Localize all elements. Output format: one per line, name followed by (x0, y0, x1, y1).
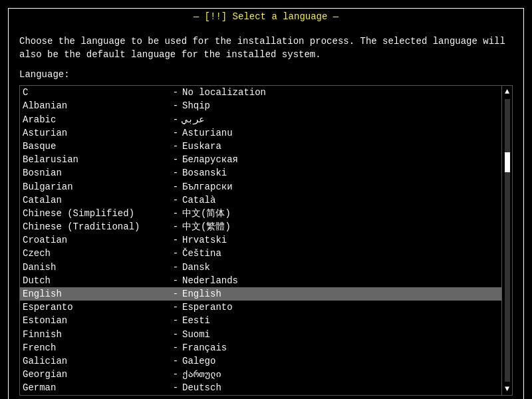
lang-native: Français (182, 342, 499, 354)
list-item[interactable]: Albanian - Shqip (20, 99, 501, 112)
lang-name: Albanian (23, 100, 169, 112)
lang-name: Chinese (Simplified) (23, 207, 169, 219)
list-item[interactable]: Czech - Čeština (20, 247, 501, 260)
lang-name: Finnish (23, 329, 169, 340)
lang-separator: - (169, 315, 182, 327)
lang-name: Asturian (23, 127, 169, 139)
lang-native: Nederlands (182, 275, 499, 287)
lang-native: Deutsch (182, 382, 499, 394)
lang-separator: - (169, 329, 182, 340)
lang-separator: - (169, 207, 182, 219)
lang-separator: - (169, 234, 182, 246)
lang-native: Euskara (182, 140, 499, 152)
lang-name: Arabic (23, 114, 169, 126)
list-item[interactable]: Finnish - Suomi (20, 328, 501, 341)
lang-name: Georgian (23, 368, 169, 380)
lang-native: Shqip (182, 100, 499, 112)
lang-separator: - (169, 194, 182, 206)
list-item[interactable]: French - Français (20, 341, 501, 354)
dialog-title: [!!] Select a language (205, 11, 328, 22)
lang-name: French (23, 342, 169, 354)
lang-separator: - (169, 382, 182, 394)
lang-native: Eesti (182, 315, 499, 327)
list-item[interactable]: Chinese (Simplified) - 中文(简体) (20, 207, 501, 220)
lang-name: Bosnian (23, 167, 169, 179)
lang-name: Czech (23, 247, 169, 259)
lang-separator: - (169, 127, 182, 139)
list-item[interactable]: Asturian - Asturianu (20, 126, 501, 140)
lang-name: Basque (23, 140, 169, 152)
lang-name: Esperanto (23, 301, 169, 313)
lang-name: English (23, 288, 169, 300)
scroll-up-arrow[interactable]: ▲ (503, 86, 511, 98)
list-container: C - No localizationAlbanian - ShqipArabi… (19, 85, 513, 395)
list-item[interactable]: Georgian - ქართული (20, 368, 501, 381)
lang-native: Asturianu (182, 127, 499, 139)
lang-native: Български (182, 181, 499, 193)
scroll-track (505, 99, 510, 381)
lang-separator: - (169, 140, 182, 152)
lang-separator: - (169, 342, 182, 354)
lang-native: 中文(简体) (182, 207, 499, 219)
list-item[interactable]: Bosnian - Bosanski (20, 166, 501, 180)
list-item[interactable]: Dutch - Nederlands (20, 274, 501, 287)
list-item[interactable]: Belarusian - Беларуская (20, 153, 501, 166)
lang-name: Croatian (23, 234, 169, 246)
lang-name: Dutch (23, 275, 169, 287)
lang-name: Galician (23, 355, 169, 367)
list-item[interactable]: Esperanto - Esperanto (20, 301, 501, 314)
list-item[interactable]: Catalan - Català (20, 194, 501, 207)
lang-name: German (23, 382, 169, 394)
language-label: Language: (19, 69, 513, 80)
lang-native: Čeština (182, 247, 499, 259)
scroll-thumb[interactable] (505, 152, 510, 172)
list-item[interactable]: Basque - Euskara (20, 140, 501, 153)
lang-separator: - (169, 261, 182, 273)
lang-separator: - (169, 167, 182, 179)
title-bracket-left: — (194, 11, 205, 22)
list-item[interactable]: German - Deutsch (20, 381, 501, 394)
scrollbar: ▲ ▼ (501, 86, 512, 394)
lang-native: No localization (182, 86, 499, 98)
lang-native: ქართული (182, 368, 499, 380)
lang-separator: - (169, 114, 182, 126)
list-item[interactable]: Chinese (Traditional) - 中文(繁體) (20, 220, 501, 233)
lang-separator: - (169, 86, 182, 98)
list-item[interactable]: Croatian - Hrvatski (20, 233, 501, 247)
lang-native: Dansk (182, 261, 499, 273)
list-item[interactable]: C - No localization (20, 86, 501, 99)
lang-native: 中文(繁體) (182, 221, 499, 233)
lang-name: Belarusian (23, 154, 169, 166)
lang-native: Беларуская (182, 154, 499, 166)
lang-native: Suomi (182, 329, 499, 340)
lang-native: Català (182, 194, 499, 206)
list-item[interactable]: Estonian - Eesti (20, 314, 501, 327)
lang-name: Estonian (23, 315, 169, 327)
list-item[interactable]: Arabic - عربي (20, 113, 501, 126)
lang-separator: - (169, 100, 182, 112)
lang-native: Galego (182, 355, 499, 367)
lang-separator: - (169, 154, 182, 166)
lang-native: Esperanto (182, 301, 499, 313)
title-bar: — [!!] Select a language — (9, 9, 523, 25)
list-item[interactable]: Danish - Dansk (20, 261, 501, 274)
lang-separator: - (169, 301, 182, 313)
lang-separator: - (169, 355, 182, 367)
lang-name: Danish (23, 261, 169, 273)
lang-name: Catalan (23, 194, 169, 206)
lang-separator: - (169, 247, 182, 259)
lang-native: Hrvatski (182, 234, 499, 246)
language-list[interactable]: C - No localizationAlbanian - ShqipArabi… (20, 86, 501, 394)
lang-separator: - (169, 221, 182, 233)
dialog-content: Choose the language to be used for the i… (9, 25, 523, 399)
lang-name: C (23, 86, 169, 98)
lang-separator: - (169, 181, 182, 193)
description-text: Choose the language to be used for the i… (19, 35, 513, 61)
list-item[interactable]: Galician - Galego (20, 354, 501, 368)
lang-separator: - (169, 368, 182, 380)
list-item[interactable]: English - English (20, 287, 501, 301)
lang-native: عربي (182, 114, 499, 126)
scroll-down-arrow[interactable]: ▼ (503, 383, 511, 395)
list-item[interactable]: Bulgarian - Български (20, 180, 501, 194)
main-container: — [!!] Select a language — Choose the la… (0, 0, 532, 399)
